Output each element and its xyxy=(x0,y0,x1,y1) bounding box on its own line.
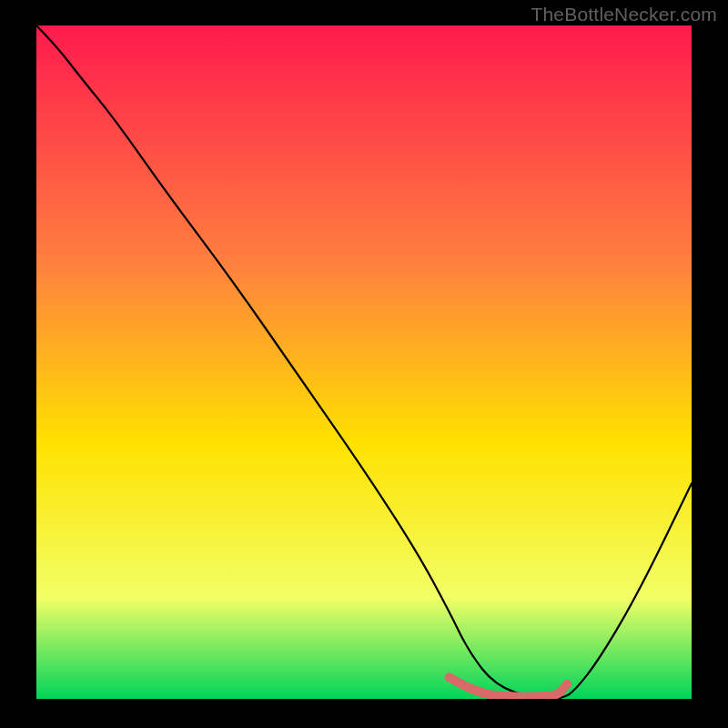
watermark-text: TheBottleNecker.com xyxy=(531,4,717,25)
chart-svg xyxy=(36,25,692,699)
plot-area xyxy=(36,25,692,699)
gradient-background xyxy=(36,25,692,699)
chart-frame: TheBottleNecker.com xyxy=(0,0,728,728)
